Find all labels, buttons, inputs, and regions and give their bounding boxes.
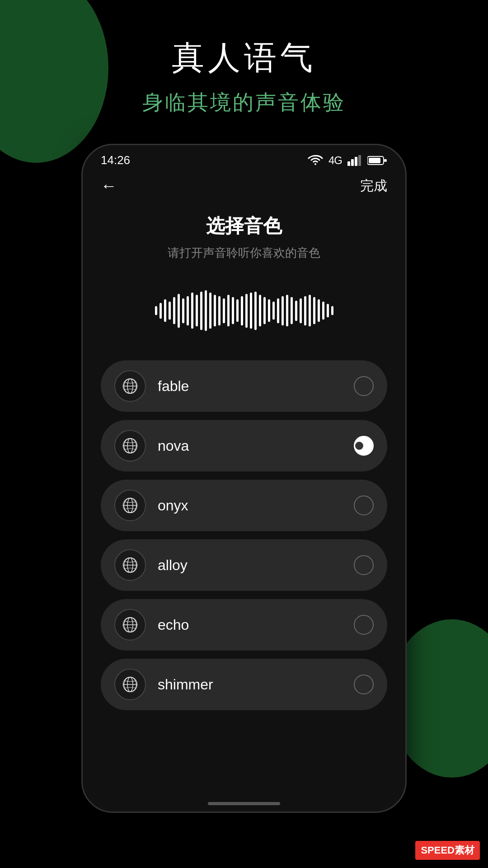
wave-bar xyxy=(295,301,297,321)
wave-bar xyxy=(218,296,221,326)
wave-bar xyxy=(178,294,180,328)
voice-item-nova[interactable]: nova xyxy=(101,420,387,472)
voice-item-icon-nova xyxy=(114,430,146,462)
wave-bar xyxy=(250,292,252,329)
watermark: SPEED素材 xyxy=(415,841,480,860)
wave-bar xyxy=(214,295,216,326)
svg-rect-5 xyxy=(369,158,380,163)
radio-button-onyx[interactable] xyxy=(354,495,374,515)
radio-button-alloy[interactable] xyxy=(354,555,374,575)
wave-bar xyxy=(236,299,239,322)
wave-bar xyxy=(155,306,157,315)
page-title-section: 选择音色 请打开声音聆听你喜欢的音色 xyxy=(83,204,405,265)
wave-bar xyxy=(200,292,202,330)
wave-bar xyxy=(227,295,230,326)
wave-bar xyxy=(191,292,193,329)
header-subtitle: 身临其境的声音体验 xyxy=(0,89,488,117)
header-title: 真人语气 xyxy=(0,36,488,80)
voice-list: fable nova onyx alloy xyxy=(83,351,405,719)
signal-icon: 4G xyxy=(328,154,342,167)
wave-bar xyxy=(164,299,166,322)
wave-bar xyxy=(327,304,329,317)
wave-bar xyxy=(196,295,198,326)
radio-button-fable[interactable] xyxy=(354,376,374,396)
battery-icon xyxy=(367,155,387,166)
waveform-container xyxy=(83,283,405,338)
voice-item-icon-echo xyxy=(114,609,146,641)
voice-item-icon-fable xyxy=(114,370,146,402)
wave-bar xyxy=(205,290,207,331)
wave-bar xyxy=(318,299,320,322)
voice-item-icon-shimmer xyxy=(114,669,146,700)
svg-rect-1 xyxy=(351,159,354,166)
status-bar: 14:26 4G xyxy=(83,145,405,172)
radio-button-nova[interactable] xyxy=(354,436,374,456)
wave-bar xyxy=(272,302,275,320)
done-button[interactable]: 完成 xyxy=(360,177,387,195)
status-time: 14:26 xyxy=(101,153,130,167)
voice-name-echo: echo xyxy=(158,617,354,633)
voice-item-fable[interactable]: fable xyxy=(101,360,387,412)
svg-rect-0 xyxy=(347,161,350,166)
voice-item-shimmer[interactable]: shimmer xyxy=(101,659,387,710)
header-section: 真人语气 身临其境的声音体验 xyxy=(0,0,488,117)
svg-rect-3 xyxy=(358,155,361,166)
voice-name-nova: nova xyxy=(158,438,354,454)
wave-bar xyxy=(160,303,162,319)
voice-item-icon-onyx xyxy=(114,490,146,521)
wave-bar xyxy=(331,306,333,315)
svg-rect-2 xyxy=(355,157,357,166)
home-indicator xyxy=(208,802,280,805)
wave-bar xyxy=(286,295,288,326)
wave-bar xyxy=(182,298,184,323)
radio-button-echo[interactable] xyxy=(354,615,374,635)
wave-bar xyxy=(268,299,270,322)
page-title: 选择音色 xyxy=(83,213,405,239)
voice-name-alloy: alloy xyxy=(158,557,354,574)
voice-item-onyx[interactable]: onyx xyxy=(101,480,387,531)
voice-item-icon-alloy xyxy=(114,549,146,581)
back-button[interactable]: ← xyxy=(101,176,117,195)
wave-bar xyxy=(304,296,306,326)
voice-name-onyx: onyx xyxy=(158,497,354,514)
wave-bar xyxy=(282,296,284,326)
wave-bar xyxy=(300,298,302,323)
wave-bar xyxy=(322,302,324,320)
svg-rect-6 xyxy=(384,159,387,162)
wave-bar xyxy=(254,292,257,330)
wifi-icon xyxy=(308,155,323,166)
radio-button-shimmer[interactable] xyxy=(354,675,374,694)
wave-bar xyxy=(309,295,311,326)
wave-bar xyxy=(187,296,189,326)
wave-bar xyxy=(291,297,293,324)
voice-name-fable: fable xyxy=(158,378,354,395)
wave-bar xyxy=(169,302,171,320)
wave-bar xyxy=(263,297,266,324)
wave-bar xyxy=(245,294,248,328)
signal-bars-icon xyxy=(347,155,362,166)
wave-bar xyxy=(173,297,175,324)
wave-bar xyxy=(277,298,279,323)
nav-bar: ← 完成 xyxy=(83,172,405,204)
voice-item-echo[interactable]: echo xyxy=(101,599,387,651)
status-icons: 4G xyxy=(308,154,387,167)
wave-bar xyxy=(209,292,211,329)
wave-bar xyxy=(223,298,225,323)
voice-item-alloy[interactable]: alloy xyxy=(101,539,387,591)
wave-bar xyxy=(313,297,315,324)
phone-mockup: 14:26 4G ← 完成 xyxy=(81,144,407,813)
voice-name-shimmer: shimmer xyxy=(158,676,354,693)
wave-bar xyxy=(232,297,234,324)
wave-bar xyxy=(241,296,243,326)
waveform xyxy=(155,292,333,329)
page-subtitle: 请打开声音聆听你喜欢的音色 xyxy=(83,245,405,261)
wave-bar xyxy=(259,295,261,326)
